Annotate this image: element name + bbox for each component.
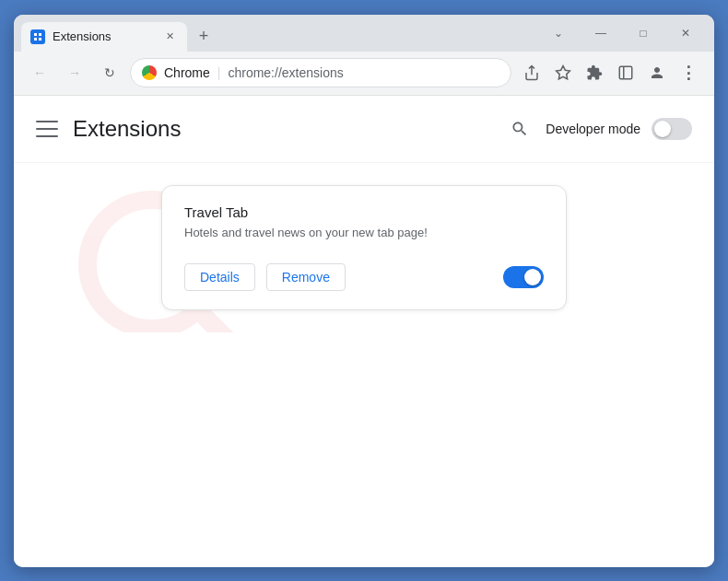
extension-description: Hotels and travel news on your new tab p… [184, 224, 544, 242]
extension-buttons: Details Remove [184, 263, 346, 291]
extension-toggle-knob [524, 269, 541, 285]
toolbar: ← → ↻ Chrome | chrome://extensions [14, 52, 714, 96]
svg-rect-1 [619, 66, 632, 79]
search-button[interactable] [505, 114, 534, 144]
remove-button[interactable]: Remove [266, 263, 346, 291]
page-title: Extensions [73, 116, 181, 142]
extension-name: Travel Tab [184, 204, 544, 220]
svg-marker-0 [557, 66, 570, 79]
extension-enable-toggle[interactable] [503, 266, 544, 288]
back-button[interactable]: ← [25, 58, 54, 87]
toggle-knob [654, 121, 671, 137]
page-content: Extensions Developer mode RISK.COM [14, 96, 714, 567]
bookmark-button[interactable] [548, 58, 578, 87]
developer-mode-label: Developer mode [546, 122, 640, 136]
page-header: Extensions Developer mode [14, 96, 714, 163]
reload-button[interactable]: ↻ [95, 58, 124, 87]
developer-mode-toggle[interactable] [652, 118, 692, 140]
sidebar-button[interactable] [611, 58, 640, 87]
tab-strip: Extensions ✕ + [21, 22, 530, 52]
address-divider: | [217, 65, 221, 80]
hamburger-menu-button[interactable] [36, 118, 58, 140]
details-button[interactable]: Details [184, 263, 255, 291]
extension-header: Travel Tab Hotels and travel news on you… [184, 204, 544, 242]
profile-button[interactable] [642, 58, 672, 87]
address-bar[interactable]: Chrome | chrome://extensions [130, 58, 511, 87]
header-right: Developer mode [505, 114, 692, 144]
chrome-brand-label: Chrome [164, 65, 210, 80]
tab-close-btn[interactable]: ✕ [161, 29, 178, 45]
extension-info: Travel Tab Hotels and travel news on you… [184, 204, 544, 242]
chrome-logo-icon [142, 65, 157, 80]
close-button[interactable]: ✕ [664, 18, 707, 48]
toolbar-icons: ⋮ [517, 58, 703, 87]
forward-button[interactable]: → [60, 58, 89, 87]
extension-footer: Details Remove [184, 263, 544, 291]
share-button[interactable] [517, 58, 546, 87]
extensions-button[interactable] [580, 58, 609, 87]
minimize-button[interactable]: — [580, 18, 622, 48]
browser-window: Extensions ✕ + ⌄ — □ ✕ ← → ↻ Chrome | ch… [14, 15, 714, 567]
extensions-body: RISK.COM Travel Tab Hotels and travel ne… [14, 163, 714, 333]
page-title-area: Extensions [36, 116, 181, 142]
new-tab-button[interactable]: + [191, 24, 217, 50]
tab-title: Extensions [53, 29, 112, 43]
maximize-button[interactable]: □ [622, 18, 664, 48]
svg-line-4 [203, 315, 253, 333]
extension-card: Travel Tab Hotels and travel news on you… [161, 185, 567, 311]
window-controls: ⌄ — □ ✕ [537, 18, 707, 48]
tab-favicon [30, 29, 45, 44]
active-tab[interactable]: Extensions ✕ [21, 22, 187, 52]
more-button[interactable]: ⋮ [674, 58, 703, 87]
chevron-down-btn[interactable]: ⌄ [537, 18, 580, 48]
title-bar: Extensions ✕ + ⌄ — □ ✕ [14, 15, 714, 52]
address-url-text: chrome://extensions [228, 65, 343, 80]
